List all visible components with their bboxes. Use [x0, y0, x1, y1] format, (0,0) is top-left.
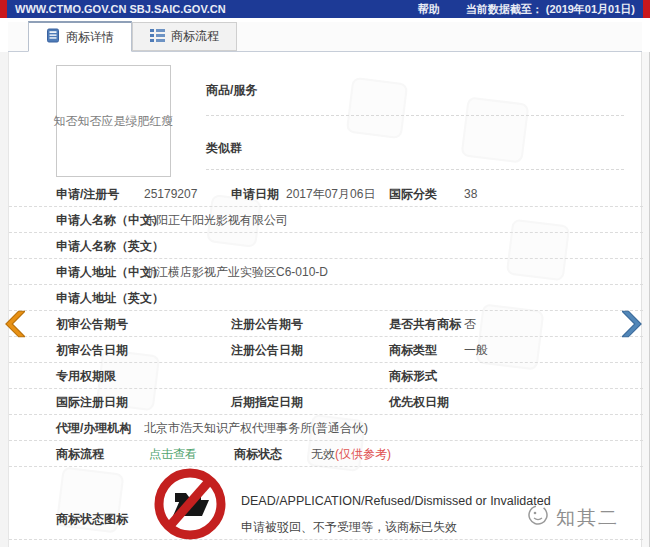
field-process-label: 商标流程	[56, 445, 104, 462]
field-applicant-cn-value: 东阳正午阳光影视有限公司	[144, 211, 288, 228]
status-text-en: DEAD/APPLICATION/Refused/Dismissed or In…	[241, 494, 551, 508]
field-first-notice-date-label: 初审公告日期	[56, 341, 128, 358]
page-right-edge	[642, 52, 650, 547]
process-view-link[interactable]: 点击查看	[149, 445, 197, 462]
table-row: 初审公告期号 注册公告期号 是否共有商标 否	[9, 311, 643, 337]
field-reg-notice-date-label: 注册公告日期	[231, 341, 303, 358]
tab-trademark-process[interactable]: 商标流程	[132, 22, 237, 51]
trademark-image: 知否知否应是绿肥红瘦	[56, 65, 171, 177]
field-agency-value: 北京市浩天知识产权代理事务所(普通合伙)	[144, 419, 368, 436]
field-priority-date-label: 优先权日期	[389, 393, 449, 410]
brand-watermark: 知其二	[526, 504, 619, 531]
field-status-value: 无效(仅供参考)	[311, 445, 391, 462]
face-logo-icon	[526, 504, 550, 531]
table-row: 申请人地址（英文）	[9, 285, 643, 311]
field-mark-type-value: 一般	[464, 341, 488, 358]
tab-process-label: 商标流程	[171, 28, 219, 45]
tab-details-label: 商标详情	[66, 29, 114, 46]
status-value-text: 无效	[311, 446, 335, 460]
field-is-shared-value: 否	[464, 315, 476, 332]
table-row: 商标流程 点击查看 商标状态 无效(仅供参考)	[9, 441, 643, 467]
field-late-designated-date-label: 后期指定日期	[231, 393, 303, 410]
field-status-label: 商标状态	[234, 445, 282, 462]
divider	[206, 115, 624, 116]
background-watermark	[346, 77, 408, 139]
field-reg-notice-no-label: 注册公告期号	[231, 315, 303, 332]
topbar: WWW.CTMO.GOV.CN SBJ.SAIC.GOV.CN 帮助 当前数据截…	[0, 0, 650, 18]
field-app-date-label: 申请日期	[231, 185, 279, 202]
prev-arrow-button[interactable]	[3, 306, 25, 346]
table-row: 申请人名称（英文）	[9, 233, 643, 259]
notebook-icon	[46, 28, 60, 46]
site-domains: WWW.CTMO.GOV.CN SBJ.SAIC.GOV.CN	[15, 3, 226, 15]
trademark-detail-page: WWW.CTMO.GOV.CN SBJ.SAIC.GOV.CN 帮助 当前数据截…	[0, 0, 650, 547]
data-cutoff-text: 当前数据截至： (2019年01月01日)	[466, 2, 635, 17]
table-row: 专用权期限 商标形式	[9, 363, 643, 389]
table-row: 申请/注册号 25179207 申请日期 2017年07月06日 国际分类 38	[9, 181, 643, 207]
page-left-edge	[0, 52, 8, 547]
field-agency-label: 代理/办理机构	[56, 419, 131, 436]
list-icon	[150, 29, 165, 45]
field-intl-class-value: 38	[464, 187, 477, 201]
field-reg-no-value: 25179207	[144, 187, 197, 201]
tab-trademark-details[interactable]: 商标详情	[28, 21, 132, 52]
field-reg-no-label: 申请/注册号	[56, 185, 119, 202]
trademark-image-text: 知否知否应是绿肥红瘦	[54, 113, 174, 130]
field-address-en-label: 申请人地址（英文）	[56, 289, 164, 306]
next-arrow-button[interactable]	[622, 306, 644, 346]
chevron-right-icon	[622, 328, 644, 345]
content-panel: 知否知否应是绿肥红瘦 商品/服务 类似群 申请/注册号 25179207 申请日…	[8, 52, 642, 547]
table-row: 代理/办理机构 北京市浩天知识产权代理事务所(普通合伙)	[9, 415, 643, 441]
prohibited-folder-icon	[153, 467, 227, 545]
field-is-shared-label: 是否共有商标	[389, 315, 461, 332]
field-first-notice-no-label: 初审公告期号	[56, 315, 128, 332]
field-app-date-value: 2017年07月06日	[286, 185, 375, 202]
table-row: 国际注册日期 后期指定日期 优先权日期	[9, 389, 643, 415]
field-applicant-en-label: 申请人名称（英文）	[56, 237, 164, 254]
field-mark-type-label: 商标类型	[389, 341, 437, 358]
status-text-cn: 申请被驳回、不予受理等，该商标已失效	[241, 519, 457, 536]
field-intl-class-label: 国际分类	[389, 185, 437, 202]
field-mark-form-label: 商标形式	[389, 367, 437, 384]
goods-services-label: 商品/服务	[206, 82, 257, 99]
table-row: 申请人名称（中文） 东阳正午阳光影视有限公司	[9, 207, 643, 233]
field-address-cn-value: 浙江横店影视产业实验区C6-010-D	[144, 263, 328, 280]
table-row: 申请人地址（中文） 浙江横店影视产业实验区C6-010-D	[9, 259, 643, 285]
brand-text: 知其二	[556, 505, 619, 531]
topbar-inner: WWW.CTMO.GOV.CN SBJ.SAIC.GOV.CN 帮助 当前数据截…	[7, 0, 643, 18]
field-intl-reg-date-label: 国际注册日期	[56, 393, 128, 410]
chevron-left-icon	[3, 328, 25, 345]
status-icon-label: 商标状态图标	[56, 511, 128, 528]
divider	[206, 169, 624, 170]
help-link[interactable]: 帮助	[418, 2, 440, 17]
status-note-text: (仅供参考)	[335, 446, 391, 460]
table-row: 初审公告日期 注册公告日期 商标类型 一般	[9, 337, 643, 363]
similar-group-label: 类似群	[206, 140, 242, 157]
background-watermark	[461, 96, 530, 163]
field-exclusive-period-label: 专用权期限	[56, 367, 116, 384]
tab-bar: 商标详情 商标流程	[8, 22, 642, 52]
